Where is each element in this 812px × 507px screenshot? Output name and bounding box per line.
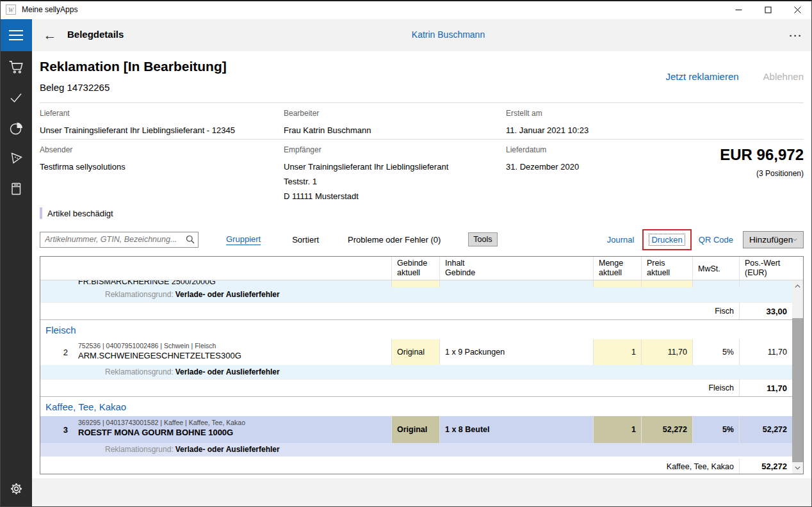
sortiert-tab[interactable]: Sortiert xyxy=(292,235,319,245)
app-icon: W xyxy=(6,4,16,15)
positions-table: Gebindeaktuell InhaltGebinde Mengeaktuel… xyxy=(40,256,804,474)
hinzufuegen-dropdown[interactable]: Hinzufügen xyxy=(743,231,804,248)
damage-tag: Artikel beschädigt xyxy=(40,207,113,219)
close-button[interactable] xyxy=(783,0,812,19)
pennant-icon xyxy=(8,150,24,166)
divider xyxy=(40,139,804,140)
article-row-partial[interactable]: FR.BISMARCKHERINGE 2500/2000G xyxy=(40,280,792,287)
menu-button[interactable] xyxy=(0,19,32,51)
book-icon xyxy=(8,181,24,197)
sidebar-item-cart[interactable] xyxy=(0,56,32,77)
window-controls xyxy=(724,0,812,19)
column-header-empty xyxy=(40,257,74,280)
total-amount: EUR 96,972 xyxy=(720,146,804,164)
maximize-icon xyxy=(765,6,772,13)
search-box xyxy=(40,232,199,248)
scroll-up-button[interactable] xyxy=(792,280,803,292)
group-header-fleisch: Fleisch xyxy=(40,320,803,339)
gruppiert-tab[interactable]: Gruppiert xyxy=(226,234,261,245)
jetzt-reklamieren-button[interactable]: Jetzt reklamieren xyxy=(665,71,738,82)
positions-count: (3 Positionen) xyxy=(756,169,804,178)
article-row[interactable]: 2 752536 | 04007951002486 | Schwein | Fl… xyxy=(40,339,792,365)
table-scrollbar[interactable] xyxy=(792,280,803,474)
back-arrow-icon: ← xyxy=(44,28,57,43)
page-title: Belegdetails xyxy=(67,29,124,40)
close-icon xyxy=(794,6,801,13)
pie-chart-icon xyxy=(8,120,24,136)
field-lieferant: Lieferant Unser Trainingslieferant Ihr L… xyxy=(40,109,235,138)
column-header-menge: Mengeaktuell xyxy=(593,257,641,280)
field-erstellt-am: Erstellt am 11. Januar 2021 10:23 xyxy=(506,109,589,138)
sidebar-item-pie-chart[interactable] xyxy=(0,117,32,139)
minimize-icon xyxy=(735,6,742,13)
article-row-selected[interactable]: 3 369295 | 04013743001582 | Kaffee | Kaf… xyxy=(40,416,792,443)
tools-button[interactable]: Tools xyxy=(468,232,497,246)
titlebar: W Meine sellyApps xyxy=(0,0,812,19)
field-bearbeiter: Bearbeiter Frau Katrin Buschmann xyxy=(284,109,371,138)
document-panel: Reklamation [In Bearbeitung] Beleg 14732… xyxy=(32,51,812,478)
user-name: Katrin Buschmann xyxy=(412,29,485,40)
scroll-down-button[interactable] xyxy=(792,462,803,474)
field-empfaenger: Empfänger Unser Trainingslieferant Ihr L… xyxy=(284,145,448,204)
column-header-mwst: MwSt. xyxy=(692,257,739,280)
chevron-up-icon xyxy=(795,284,800,288)
chevron-down-icon xyxy=(793,237,797,242)
app-title: Meine sellyApps xyxy=(22,5,77,14)
more-button[interactable]: ··· xyxy=(786,26,806,45)
field-lieferdatum: Lieferdatum 31. Dezember 2020 xyxy=(506,145,579,174)
maximize-button[interactable] xyxy=(753,0,783,19)
reason-row[interactable]: Reklamationsgrund:Verlade- oder Ausliefe… xyxy=(40,365,792,379)
reason-row[interactable]: Reklamationsgrund:Verlade- oder Ausliefe… xyxy=(40,443,792,456)
scrollbar-thumb[interactable] xyxy=(792,318,803,462)
document-title: Reklamation [In Bearbeitung] xyxy=(40,59,227,74)
sidebar-item-pennant[interactable] xyxy=(0,147,32,169)
chevron-down-icon xyxy=(795,466,800,470)
group-header-kaffee: Kaffee, Tee, Kakao xyxy=(40,397,803,416)
sidebar xyxy=(0,19,32,507)
document-number: Beleg 14732265 xyxy=(40,82,110,93)
column-header-inhalt: InhaltGebinde xyxy=(439,257,593,280)
sidebar-item-settings[interactable] xyxy=(0,478,32,499)
header-bar: ← Belegdetails Katrin Buschmann ··· xyxy=(32,19,812,51)
ablehnen-button[interactable]: Ablehnen xyxy=(763,71,804,82)
column-header-preis: Preisaktuell xyxy=(641,257,692,280)
journal-link[interactable]: Journal xyxy=(607,235,635,245)
divider xyxy=(40,102,804,103)
minimize-button[interactable] xyxy=(724,0,753,19)
table-header-row: Gebindeaktuell InhaltGebinde Mengeaktuel… xyxy=(40,257,803,280)
qr-code-link[interactable]: QR Code xyxy=(699,235,733,245)
content-area: Reklamation [In Bearbeitung] Beleg 14732… xyxy=(32,51,812,507)
hamburger-icon xyxy=(9,30,23,31)
tag-color-bar xyxy=(40,207,42,219)
search-icon xyxy=(183,235,198,244)
group-total-row-fisch: Fisch 33,00 xyxy=(40,302,792,320)
probleme-tab[interactable]: Probleme oder Fehler (0) xyxy=(348,235,441,245)
column-header-gebinde: Gebindeaktuell xyxy=(391,257,439,280)
column-header-poswert: Pos.-Wert(EUR) xyxy=(739,257,792,280)
search-input[interactable] xyxy=(40,232,183,247)
check-icon xyxy=(8,90,24,105)
reason-row[interactable]: Reklamationsgrund:Verlade- oder Ausliefe… xyxy=(40,287,792,302)
group-total-row-kaffee: Kaffee, Tee, Kakao 52,272 xyxy=(40,459,792,474)
gear-icon xyxy=(9,481,24,496)
list-toolbar: Gruppiert Sortiert Probleme oder Fehler … xyxy=(40,228,804,251)
sidebar-item-book[interactable] xyxy=(0,178,32,200)
cart-icon xyxy=(8,58,24,75)
back-button[interactable]: ← xyxy=(41,26,59,44)
annotation-highlight-box: Drucken xyxy=(642,229,691,250)
field-absender: Absender Testfirma sellysolutions xyxy=(40,145,126,174)
drucken-link[interactable]: Drucken xyxy=(649,234,685,246)
sidebar-item-check[interactable] xyxy=(0,86,32,108)
group-total-row-fleisch: Fleisch 11,70 xyxy=(40,379,792,397)
column-header-article xyxy=(74,257,391,280)
ellipsis-icon: ··· xyxy=(790,30,803,41)
